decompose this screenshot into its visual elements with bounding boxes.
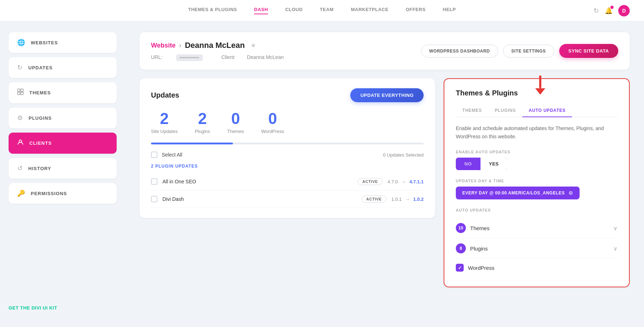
clients-icon xyxy=(17,139,24,147)
site-settings-button[interactable]: SITE SETTINGS xyxy=(503,45,554,58)
page-header-left: Website › Deanna McLean ★ URL: •••••••••… xyxy=(151,41,284,61)
sidebar-label-history: HISTORY xyxy=(28,166,51,171)
auto-updates-toggle: NO YES xyxy=(456,158,507,170)
main-content: Website › Deanna McLean ★ URL: •••••••••… xyxy=(125,21,644,322)
stat-themes: 0 Themes xyxy=(227,111,244,134)
wordpress-label: WordPress xyxy=(468,265,494,271)
stat-number-plugins: 2 xyxy=(198,111,207,127)
svg-rect-0 xyxy=(18,89,20,91)
plugins-count-badge: 8 xyxy=(456,243,466,253)
nav-themes-plugins[interactable]: THEMES & PLUGINS xyxy=(188,7,237,14)
select-all-label[interactable]: Select All xyxy=(162,152,182,158)
stats-row: 2 Site Updates 2 Plugins 0 Themes 0 Word… xyxy=(151,111,424,134)
nav-help[interactable]: HELP xyxy=(443,7,456,14)
plugin-badge-divi: ACTIVE xyxy=(362,195,386,203)
stat-label-wordpress: WordPress xyxy=(261,129,284,134)
plugin-badge-seo: ACTIVE xyxy=(358,178,382,185)
svg-rect-3 xyxy=(21,92,23,95)
wordpress-dashboard-button[interactable]: WORDPRESS DASHBOARD xyxy=(421,45,498,58)
toggle-no-button[interactable]: NO xyxy=(456,158,480,170)
bell-wrapper: 🔔 xyxy=(605,7,613,15)
sidebar-item-clients[interactable]: CLIENTS xyxy=(9,133,117,154)
sidebar-label-plugins: PLUGINS xyxy=(29,115,52,121)
select-all-checkbox[interactable] xyxy=(151,152,157,158)
plugin-name-seo: All in One SEO xyxy=(162,179,353,184)
themes-icon xyxy=(17,89,24,97)
sidebar-label-clients: CLIENTS xyxy=(29,140,52,146)
stat-number-wordpress: 0 xyxy=(268,111,277,127)
plugin-checkbox-seo[interactable] xyxy=(151,178,157,185)
tab-plugins[interactable]: PLUGINS xyxy=(488,104,522,117)
nav-team[interactable]: TEAM xyxy=(320,7,334,14)
progress-bar-track xyxy=(151,143,424,144)
permissions-icon: 🔑 xyxy=(17,189,25,197)
sidebar-item-history[interactable]: ↺ HISTORY xyxy=(9,158,117,179)
stat-plugins: 2 Plugins xyxy=(195,111,210,134)
refresh-button[interactable]: ↻ xyxy=(594,7,599,15)
auto-updates-section-label: AUTO UPDATES xyxy=(456,208,618,212)
sidebar-label-updates: UPDATES xyxy=(28,65,53,70)
plugin-checkbox-divi[interactable] xyxy=(151,196,157,202)
sidebar-item-updates[interactable]: ↻ UPDATES xyxy=(9,57,117,78)
nav-links: THEMES & PLUGINS DASH CLOUD TEAM MARKETP… xyxy=(188,7,456,14)
sidebar: 🌐 WEBSITES ↻ UPDATES THEMES ⚙ PLUGINS CL… xyxy=(0,21,125,322)
toggle-yes-button[interactable]: YES xyxy=(480,158,508,170)
auto-update-themes: 10 Themes ∨ xyxy=(456,218,618,238)
svg-rect-1 xyxy=(21,89,23,91)
globe-icon: 🌐 xyxy=(17,39,25,46)
url-value: •••••••••••• xyxy=(176,54,203,61)
plugin-row-divi: Divi Dash ACTIVE 1.0.1 → 1.0.2 xyxy=(151,190,424,208)
page-meta: URL: •••••••••••• Client: Deanna McLean xyxy=(151,54,284,61)
arrow-head xyxy=(535,88,545,95)
sidebar-footer: GET THE DIVI UI KIT xyxy=(9,297,117,311)
stat-label-themes: Themes xyxy=(227,129,244,134)
red-arrow xyxy=(533,75,547,97)
themes-chevron-down[interactable]: ∨ xyxy=(613,225,618,232)
sidebar-item-themes[interactable]: THEMES xyxy=(9,82,117,103)
plugins-chevron-down[interactable]: ∨ xyxy=(613,245,618,252)
sidebar-label-websites: WEBSITES xyxy=(31,40,58,45)
themes-plugins-panel: Themes & Plugins THEMES PLUGINS AUTO UPD… xyxy=(444,78,630,287)
sidebar-item-plugins[interactable]: ⚙ PLUGINS xyxy=(9,108,117,128)
arrow-shaft xyxy=(539,75,541,88)
avatar[interactable]: D xyxy=(618,5,630,16)
nav-right: ↻ 🔔 D xyxy=(594,5,630,16)
nav-marketplace[interactable]: MARKETPLACE xyxy=(351,7,389,14)
tab-themes[interactable]: THEMES xyxy=(456,104,488,117)
plugin-version-seo: 4.7.0 → 4.7.1.1 xyxy=(387,179,424,184)
sidebar-item-permissions[interactable]: 🔑 PERMISSIONS xyxy=(9,183,117,204)
stat-label-plugins: Plugins xyxy=(195,129,210,134)
themes-auto-label: Themes xyxy=(470,225,489,231)
breadcrumb-website[interactable]: Website xyxy=(151,42,176,49)
panel-description: Enable and schedule automated updates fo… xyxy=(456,124,618,142)
sidebar-label-permissions: PERMISSIONS xyxy=(31,191,67,196)
plugin-version-divi: 1.0.1 → 1.0.2 xyxy=(391,197,424,202)
schedule-label: UPDATES DAY & TIME xyxy=(456,179,618,183)
svg-rect-2 xyxy=(18,92,20,95)
star-icon[interactable]: ★ xyxy=(250,41,256,49)
divi-kit-link[interactable]: GET THE DIVI UI KIT xyxy=(9,305,57,311)
panel-tabs: THEMES PLUGINS AUTO UPDATES xyxy=(456,104,618,117)
nav-offers[interactable]: OFFERS xyxy=(406,7,426,14)
sidebar-item-websites[interactable]: 🌐 WEBSITES xyxy=(9,32,117,53)
plugin-row-seo: All in One SEO ACTIVE 4.7.0 → 4.7.1.1 xyxy=(151,173,424,190)
breadcrumb-site-name: Deanna McLean xyxy=(185,41,245,50)
update-everything-button[interactable]: UPDATE EVERYTHING xyxy=(350,88,424,102)
auto-update-plugins: 8 Plugins ∨ xyxy=(456,238,618,259)
select-all-row: Select All 0 Updates Selected xyxy=(151,152,424,158)
progress-bar-fill xyxy=(151,143,233,144)
stat-site-updates: 2 Site Updates xyxy=(151,111,177,134)
plugins-icon: ⚙ xyxy=(17,114,23,122)
plugins-auto-label: Plugins xyxy=(470,246,488,252)
select-all-left: Select All xyxy=(151,152,182,158)
nav-cloud[interactable]: CLOUD xyxy=(285,7,303,14)
gear-icon[interactable]: ⚙ xyxy=(569,190,573,196)
top-navigation: THEMES & PLUGINS DASH CLOUD TEAM MARKETP… xyxy=(0,0,644,21)
sync-site-data-button[interactable]: SYNC SITE DATA xyxy=(559,44,618,58)
client-label: Client: xyxy=(221,54,236,61)
updates-title: Updates xyxy=(151,91,179,99)
tab-auto-updates[interactable]: AUTO UPDATES xyxy=(522,104,572,117)
url-label: URL: xyxy=(151,54,162,61)
wordpress-checkbox[interactable] xyxy=(456,264,464,272)
nav-dash[interactable]: DASH xyxy=(254,7,268,14)
